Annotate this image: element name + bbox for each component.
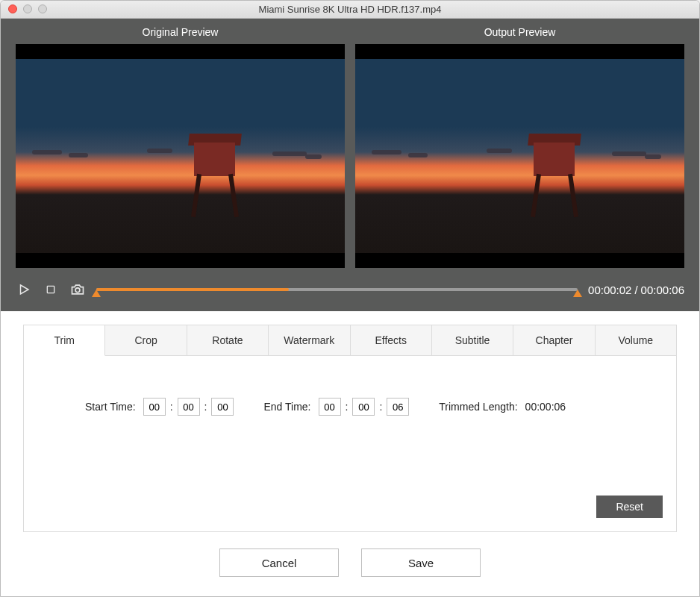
tab-watermark[interactable]: Watermark [269,325,350,355]
end-ss-input[interactable] [387,398,409,416]
tab-crop[interactable]: Crop [105,325,187,355]
minimize-window-button[interactable] [23,4,32,13]
tab-trim[interactable]: Trim [24,325,105,356]
timecode-display: 00:00:02/00:00:06 [588,284,684,296]
tab-chapter[interactable]: Chapter [513,325,595,355]
editor-window: Miami Sunrise 8K Ultra HD HDR.f137.mp4 O… [0,0,700,597]
dialog-footer: Cancel Save [1,532,699,596]
tab-volume[interactable]: Volume [596,325,676,355]
start-time-label: Start Time: [85,401,136,413]
original-preview [16,44,345,268]
original-preview-label: Original Preview [143,26,219,38]
svg-rect-1 [47,286,54,293]
preview-area: Original Preview Output Preview [1,19,699,311]
editor-tabs-area: Trim Crop Rotate Watermark Effects Subti… [1,311,699,532]
playback-controls: 00:00:02/00:00:06 [16,278,684,301]
save-button[interactable]: Save [361,548,481,577]
titlebar: Miami Sunrise 8K Ultra HD HDR.f137.mp4 [1,1,699,19]
output-preview [355,44,684,268]
output-preview-label: Output Preview [484,26,556,38]
window-title: Miami Sunrise 8K Ultra HD HDR.f137.mp4 [259,4,442,15]
current-time: 00:00:02 [588,284,631,296]
end-time-label: End Time: [263,401,310,413]
snapshot-button[interactable] [69,281,86,298]
svg-marker-0 [21,285,29,294]
start-mm-input[interactable] [178,398,200,416]
zoom-window-button[interactable] [38,4,47,13]
slider-progress-fill [96,288,289,291]
tab-subtitle[interactable]: Subtitle [432,325,513,355]
stop-button[interactable] [43,281,59,298]
close-window-button[interactable] [8,4,17,13]
start-hh-input[interactable] [143,398,166,416]
total-time: 00:00:06 [641,284,684,296]
trim-slider[interactable] [96,278,578,301]
start-ss-input[interactable] [211,398,234,416]
cancel-button[interactable]: Cancel [219,548,339,577]
tab-rotate[interactable]: Rotate [187,325,269,355]
tab-effects[interactable]: Effects [351,325,432,355]
play-button[interactable] [16,281,32,298]
trimmed-length-value: 00:00:06 [525,401,566,413]
tabs-bar: Trim Crop Rotate Watermark Effects Subti… [23,325,677,356]
svg-point-2 [75,288,80,293]
reset-button[interactable]: Reset [596,496,663,518]
end-hh-input[interactable] [319,398,341,416]
trimmed-length-label: Trimmed Length: [439,401,517,413]
end-mm-input[interactable] [352,398,375,416]
trim-panel: Start Time: : : End Time: : : Trimmed Le… [23,356,677,532]
window-controls [8,4,47,13]
